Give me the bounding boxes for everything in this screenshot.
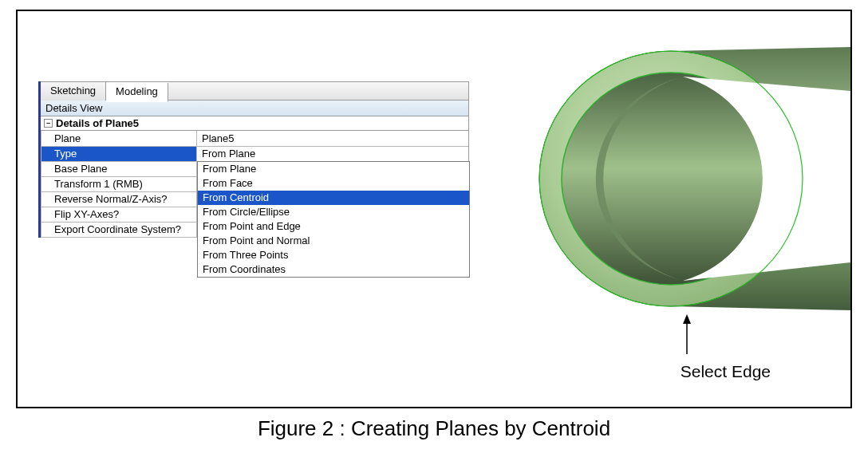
option-from-coordinates[interactable]: From Coordinates [198,262,469,277]
option-from-face[interactable]: From Face [198,176,469,191]
svg-marker-4 [683,314,691,324]
type-dropdown[interactable]: From Plane From Face From Centroid From … [197,161,470,278]
prop-label-exportcs: Export Coordinate System? [41,222,197,237]
prop-label-type: Type [41,146,197,161]
prop-label-transform1: Transform 1 (RMB) [41,176,197,191]
collapse-icon[interactable]: – [44,119,53,128]
group-header[interactable]: – Details of Plane5 [41,116,469,131]
figure-caption: Figure 2 : Creating Planes by Centroid [0,416,868,441]
tab-sketching[interactable]: Sketching [41,82,106,100]
tab-modeling[interactable]: Modeling [106,83,168,102]
option-from-circle-ellipse[interactable]: From Circle/Ellipse [198,205,469,219]
option-from-plane[interactable]: From Plane [198,162,469,176]
prop-label-baseplane: Base Plane [41,161,197,176]
prop-label-reversenormal: Reverse Normal/Z-Axis? [41,191,197,207]
option-from-point-normal[interactable]: From Point and Normal [198,234,469,248]
model-viewport[interactable] [507,35,850,338]
prop-value-type[interactable]: From Plane [197,146,469,161]
annotation-arrow-icon [675,314,699,358]
option-from-three-points[interactable]: From Three Points [198,248,469,262]
option-from-point-edge[interactable]: From Point and Edge [198,219,469,234]
prop-value-plane[interactable]: Plane5 [197,131,469,146]
prop-label-flipxy: Flip XY-Axes? [41,207,197,222]
tab-filler [168,82,468,100]
prop-row-type: Type From Plane [41,146,469,161]
property-grid: Plane Plane5 Type From Plane Base Plane … [41,131,469,238]
tab-bar: Sketching Modeling [41,81,469,100]
annotation-label: Select Edge [681,362,771,381]
details-view-header: Details View [41,100,469,116]
prop-label-plane: Plane [41,131,197,146]
option-from-centroid[interactable]: From Centroid [198,191,469,205]
group-header-label: Details of Plane5 [56,117,139,129]
figure-frame: Sketching Modeling Details View – Detail… [16,10,852,408]
pipe-model-icon [507,35,850,338]
details-panel: Sketching Modeling Details View – Detail… [38,81,469,238]
prop-row-plane: Plane Plane5 [41,131,469,146]
